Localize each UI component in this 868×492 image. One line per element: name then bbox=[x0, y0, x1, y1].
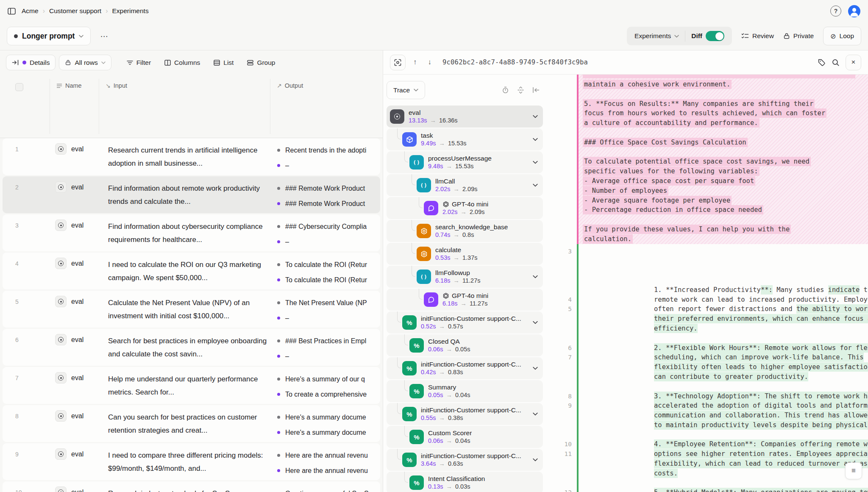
review-button[interactable]: Review bbox=[741, 32, 774, 40]
columns-button[interactable]: Columns bbox=[159, 55, 205, 70]
diff-removed-line: a culture of accountability and performa… bbox=[546, 118, 868, 128]
scorer-icon: % bbox=[406, 319, 412, 326]
table-row[interactable]: 5 eval Calculate the Net Present Value (… bbox=[3, 291, 380, 328]
breadcrumb-item-acme[interactable]: Acme bbox=[22, 7, 39, 15]
trace-view-dropdown[interactable]: Trace bbox=[387, 81, 425, 99]
row-name-cell: eval bbox=[55, 486, 83, 492]
row-output-cell: Here's a summary docume Here's a summary… bbox=[277, 412, 380, 442]
trace-span-row[interactable]: () % Custom Scorer bbox=[387, 426, 543, 448]
column-header-output[interactable]: ↗ Output bbox=[277, 82, 303, 89]
table-row[interactable]: 2 eval Find information about remote wor… bbox=[3, 176, 380, 213]
trace-span-row[interactable]: () % initFunction-Customer support bbox=[387, 357, 543, 379]
span-type-icon: () % bbox=[424, 292, 438, 307]
chevron-down-icon[interactable] bbox=[533, 115, 538, 118]
private-button[interactable]: Private bbox=[783, 32, 814, 40]
chevron-down-icon[interactable] bbox=[533, 183, 538, 187]
table-row[interactable]: 8 eval Can you search for best practices… bbox=[3, 405, 380, 442]
trace-span-row[interactable]: () % search_knowledge_base bbox=[387, 220, 543, 242]
table-row[interactable]: 7 eval Help me understand our quarterly … bbox=[3, 367, 380, 404]
experiment-more-button[interactable]: ⋯ bbox=[97, 30, 112, 43]
span-name: initFunction-Customer support-C... bbox=[421, 361, 521, 368]
row-output-cell: ### Cybersecurity Complia – bbox=[277, 221, 380, 252]
chevron-down-icon[interactable] bbox=[533, 412, 538, 416]
span-type-icon: () % bbox=[417, 247, 431, 261]
trace-span-row[interactable]: () % Summary bbox=[387, 380, 543, 402]
trace-span-row[interactable]: () % Closed QA bbox=[387, 334, 543, 356]
row-number: 3 bbox=[15, 222, 19, 229]
trace-span-row[interactable]: () % initFunction-Customer support bbox=[387, 311, 543, 334]
table-row[interactable]: 10 eval Research industry standards for … bbox=[3, 481, 380, 492]
previous-row-button[interactable]: ↑ bbox=[410, 56, 420, 68]
trace-span-row[interactable]: () % llmFollowup bbox=[387, 266, 543, 288]
table-row[interactable]: 1 eval Research current trends in artifi… bbox=[3, 138, 380, 175]
output-bullet-gray bbox=[277, 416, 280, 419]
trace-view-label: Trace bbox=[393, 86, 410, 94]
table-row[interactable]: 4 eval I need to calculate the ROI on ou… bbox=[3, 253, 380, 289]
chevron-down-icon[interactable] bbox=[533, 458, 538, 461]
diff-removed-line bbox=[546, 147, 868, 157]
tree-connector bbox=[404, 472, 408, 483]
span-durations: 0.13s→0.03s bbox=[428, 483, 470, 490]
diff-toggle[interactable] bbox=[706, 31, 724, 41]
trace-span-row[interactable]: () % eval bbox=[387, 106, 543, 128]
collapse-panel-icon[interactable] bbox=[532, 87, 540, 93]
scorer-icon: % bbox=[406, 456, 412, 464]
sidebar-toggle-icon[interactable] bbox=[8, 8, 16, 15]
expand-trace-button[interactable] bbox=[390, 55, 406, 70]
view-mode-dropdown[interactable]: Experiments bbox=[629, 27, 685, 45]
breadcrumb-item-customer-support[interactable]: Customer support bbox=[49, 7, 101, 15]
trace-span-row[interactable]: () % calculate bbox=[387, 243, 543, 265]
tag-icon[interactable] bbox=[818, 58, 826, 67]
trace-span-row[interactable]: () % GPT-4o mini bbox=[387, 289, 543, 311]
trace-span-row[interactable]: () % GPT-4o mini bbox=[387, 197, 543, 219]
list-button[interactable]: List bbox=[209, 55, 239, 70]
help-icon[interactable]: ? bbox=[830, 6, 841, 17]
diff-options-button[interactable]: ≡ bbox=[845, 462, 862, 479]
diff-added-line: flexibility, which can lead to reduced t… bbox=[546, 420, 868, 430]
column-header-input[interactable]: ↘ Input bbox=[106, 82, 127, 89]
trace-span-row[interactable]: () % Intent Classification bbox=[387, 472, 543, 492]
row-output-cell: Here's a summary of our q To create a co… bbox=[277, 374, 380, 404]
trace-span-row[interactable]: () % task bbox=[387, 128, 543, 150]
column-header-name[interactable]: Name bbox=[56, 82, 82, 89]
select-all-checkbox[interactable] bbox=[15, 83, 23, 91]
filter-button[interactable]: Filter bbox=[122, 55, 156, 70]
avatar[interactable] bbox=[848, 5, 860, 17]
close-panel-button[interactable]: × bbox=[846, 55, 861, 70]
diff-added-line: 3 1. **Increased Productivity**: Many st… bbox=[546, 247, 868, 256]
row-number: 4 bbox=[15, 260, 19, 267]
chevron-down-icon[interactable] bbox=[533, 321, 538, 324]
group-button[interactable]: Group bbox=[242, 55, 280, 70]
trace-span-row[interactable]: () % processUserMessage bbox=[387, 151, 543, 173]
diff-added-line: hybrid work models, combining remote and… bbox=[546, 459, 868, 469]
trace-span-row[interactable]: () % initFunction-Customer support bbox=[387, 449, 543, 471]
expand-all-icon[interactable] bbox=[517, 86, 524, 94]
breadcrumb-item-experiments[interactable]: Experiments bbox=[112, 7, 148, 15]
row-input-cell: Research current trends in artificial in… bbox=[108, 144, 271, 170]
diff-removed-line: ### Office Space Cost Savings Calculatio… bbox=[546, 138, 868, 147]
breadcrumb-separator: › bbox=[106, 7, 108, 15]
chevron-down-icon[interactable] bbox=[533, 161, 538, 164]
trace-panel-header: ↑ ↓ 9c062bc2-a8c7-4a88-9749-5cf840f3c9ba… bbox=[383, 50, 868, 75]
chevron-down-icon[interactable] bbox=[533, 138, 538, 141]
span-durations: 0.74s→0.8s bbox=[435, 231, 474, 238]
filter-label: Filter bbox=[136, 59, 151, 67]
trace-span-row[interactable]: () % initFunction-Customer support bbox=[387, 403, 543, 425]
table-row[interactable]: 9 eval I need to compare three different… bbox=[3, 443, 380, 480]
experiment-selector[interactable]: Longer prompt bbox=[7, 27, 91, 45]
diff-added-line: trend balances the benefits of remote wo… bbox=[546, 469, 868, 478]
details-button[interactable]: Details bbox=[6, 55, 56, 70]
search-icon[interactable] bbox=[832, 58, 840, 67]
all-rows-dropdown[interactable]: All rows bbox=[59, 55, 111, 70]
span-durations: 0.06s→0.05s bbox=[428, 346, 470, 353]
chevron-down-icon bbox=[414, 89, 418, 92]
chevron-down-icon[interactable] bbox=[533, 275, 538, 278]
table-row[interactable]: 3 eval Find information about cybersecur… bbox=[3, 214, 380, 251]
chevron-down-icon[interactable] bbox=[533, 367, 538, 370]
table-row[interactable]: 6 eval Search for best practices in empl… bbox=[3, 329, 380, 366]
timing-icon[interactable] bbox=[502, 86, 509, 94]
trace-span-row[interactable]: () % llmCall bbox=[387, 174, 543, 196]
span-name: Custom Scorer bbox=[428, 429, 472, 437]
next-row-button[interactable]: ↓ bbox=[425, 56, 435, 68]
loop-button[interactable]: ⊘ Loop bbox=[823, 27, 861, 45]
